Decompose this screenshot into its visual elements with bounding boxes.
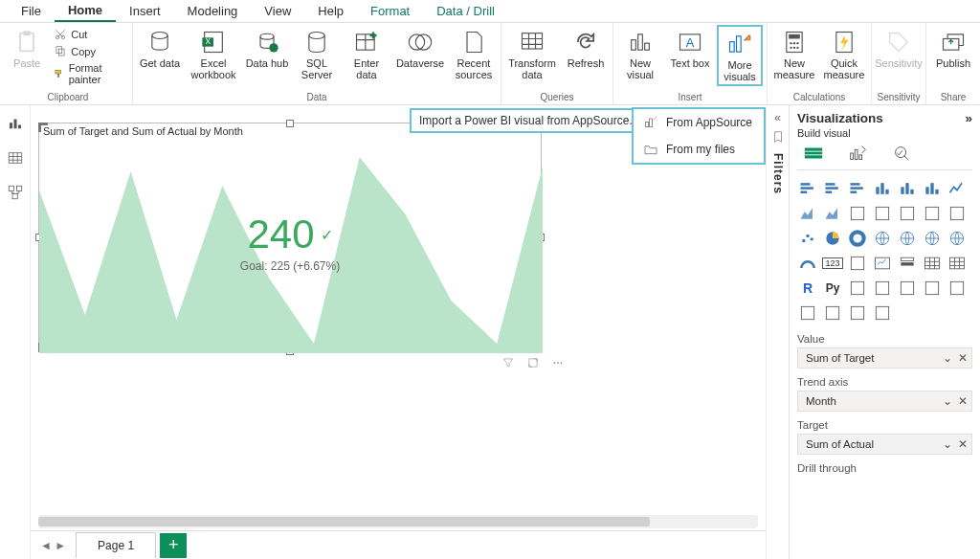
menu-from-appsource[interactable]: From AppSource — [634, 109, 764, 136]
kpi-visual[interactable]: Sum of Target and Sum of Actual by Month… — [38, 123, 542, 352]
transform-data-button[interactable]: Transform data — [505, 25, 559, 80]
horizontal-scrollbar[interactable] — [38, 515, 758, 528]
viz-type-kpi[interactable] — [872, 253, 893, 274]
viz-type-arcgis[interactable] — [822, 302, 843, 324]
page-nav-arrows[interactable]: ◄ ► — [31, 539, 76, 552]
svg-rect-43 — [16, 186, 21, 190]
copy-button[interactable]: Copy — [50, 44, 128, 59]
viz-type-column-stacked[interactable] — [872, 178, 893, 199]
new-visual-button[interactable]: New visual — [617, 25, 663, 80]
chevron-down-icon[interactable]: ⌄ — [943, 394, 952, 408]
viz-type-column-clustered[interactable] — [897, 178, 918, 199]
filter-icon[interactable] — [501, 356, 515, 369]
tab-modeling[interactable]: Modeling — [174, 1, 252, 21]
add-page-button[interactable]: + — [160, 533, 187, 558]
viz-type-goals[interactable] — [947, 278, 968, 299]
viz-type-filled-map[interactable] — [922, 228, 943, 249]
chevron-down-icon[interactable]: ⌄ — [943, 437, 952, 451]
tab-insert[interactable]: Insert — [116, 1, 174, 21]
viz-type-paginated[interactable] — [797, 302, 818, 324]
viz-type-map[interactable] — [897, 228, 918, 249]
viz-type-qna[interactable] — [897, 278, 918, 299]
report-view-icon[interactable] — [7, 115, 24, 132]
tab-data-drill[interactable]: Data / Drill — [423, 1, 508, 21]
viz-type-line[interactable] — [947, 178, 968, 199]
viz-type-key-influencer[interactable] — [847, 278, 868, 299]
viz-type-table[interactable] — [922, 253, 943, 274]
value-well[interactable]: Sum of Target⌄✕ — [797, 347, 972, 369]
viz-type-r-visual[interactable]: R — [797, 278, 818, 299]
tab-help[interactable]: Help — [304, 1, 357, 21]
expand-pane-icon[interactable]: » — [965, 111, 972, 125]
format-painter-button[interactable]: Format painter — [50, 61, 128, 86]
publish-button[interactable]: Publish — [930, 25, 976, 69]
viz-type-ribbon[interactable] — [897, 203, 918, 224]
sql-button[interactable]: SQL Server — [294, 25, 340, 80]
model-view-icon[interactable] — [7, 184, 24, 201]
remove-icon[interactable]: ✕ — [958, 351, 968, 365]
data-hub-button[interactable]: Data hub — [244, 25, 290, 69]
viz-type-grid: 123RPy — [797, 178, 972, 324]
tab-home[interactable]: Home — [55, 0, 116, 22]
viz-type-power-apps[interactable] — [847, 302, 868, 324]
bookmark-icon[interactable] — [771, 130, 785, 144]
more-options-icon[interactable] — [551, 356, 565, 369]
paste-button[interactable]: Paste — [8, 25, 46, 69]
viz-type-decomp-tree[interactable] — [872, 278, 893, 299]
trend-well[interactable]: Month⌄✕ — [797, 391, 972, 412]
viz-type-waterfall[interactable] — [922, 203, 943, 224]
expand-filters-icon[interactable]: « — [774, 111, 781, 124]
excel-button[interactable]: XExcel workbook — [187, 25, 240, 80]
build-tab-icon[interactable] — [803, 143, 824, 164]
viz-type-matrix[interactable] — [947, 253, 968, 274]
more-visuals-button[interactable]: More visuals — [717, 25, 763, 86]
enter-data-button[interactable]: Enter data — [344, 25, 390, 80]
target-well[interactable]: Sum of Actual⌄✕ — [797, 434, 972, 455]
remove-icon[interactable]: ✕ — [958, 394, 968, 408]
quick-measure-button[interactable]: Quick measure — [821, 25, 867, 80]
report-canvas[interactable]: Sum of Target and Sum of Actual by Month… — [31, 105, 766, 511]
viz-type-bar-clustered[interactable] — [822, 178, 843, 199]
viz-type-line-column-stacked[interactable] — [872, 203, 893, 224]
data-view-icon[interactable] — [7, 149, 24, 167]
viz-type-donut[interactable] — [847, 228, 868, 249]
text-box-button[interactable]: AText box — [667, 25, 713, 69]
viz-type-multi-card[interactable] — [847, 253, 868, 274]
viz-type-column-100[interactable] — [922, 178, 943, 199]
viz-type-bar-stacked[interactable] — [797, 178, 818, 199]
viz-type-area-stacked[interactable] — [822, 203, 843, 224]
tab-file[interactable]: File — [8, 1, 55, 21]
dataverse-button[interactable]: Dataverse — [393, 25, 447, 69]
sensitivity-button[interactable]: Sensitivity — [876, 25, 922, 69]
cut-button[interactable]: Cut — [50, 27, 128, 42]
viz-type-azure-map[interactable] — [947, 228, 968, 249]
page-tab-1[interactable]: Page 1 — [76, 532, 156, 558]
viz-type-py-visual[interactable]: Py — [822, 278, 843, 299]
remove-icon[interactable]: ✕ — [958, 437, 968, 451]
viz-type-power-automate[interactable] — [872, 302, 893, 324]
viz-type-area[interactable] — [797, 203, 818, 224]
kpi-goal: Goal: 225 (+6.67%) — [240, 259, 340, 273]
focus-mode-icon[interactable] — [526, 356, 540, 369]
viz-type-narrative[interactable] — [922, 278, 943, 299]
menu-from-my-files[interactable]: From my files — [634, 136, 764, 163]
analytics-tab-icon[interactable] — [891, 143, 912, 164]
viz-type-pie[interactable] — [822, 228, 843, 249]
recent-sources-button[interactable]: Recent sources — [451, 25, 497, 80]
chevron-down-icon[interactable]: ⌄ — [943, 351, 952, 365]
get-data-button[interactable]: Get data — [137, 25, 183, 69]
new-measure-button[interactable]: New measure — [771, 25, 817, 80]
refresh-button[interactable]: Refresh — [563, 25, 609, 69]
viz-type-card[interactable]: 123 — [822, 253, 843, 274]
viz-type-bar-100[interactable] — [847, 178, 868, 199]
format-tab-icon[interactable] — [847, 143, 868, 164]
viz-type-gauge[interactable] — [797, 253, 818, 274]
viz-type-line-column[interactable] — [847, 203, 868, 224]
viz-type-scatter[interactable] — [797, 228, 818, 249]
viz-type-funnel[interactable] — [947, 203, 968, 224]
viz-type-treemap[interactable] — [872, 228, 893, 249]
tab-format[interactable]: Format — [357, 1, 423, 21]
svg-rect-101 — [876, 306, 888, 319]
tab-view[interactable]: View — [251, 1, 304, 21]
viz-type-slicer[interactable] — [897, 253, 918, 274]
